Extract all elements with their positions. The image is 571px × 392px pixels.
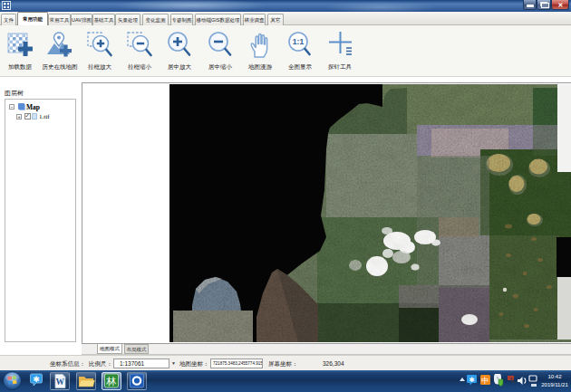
svg-text:1:1: 1:1 [293,37,305,46]
svg-text:✱: ✱ [33,375,40,384]
svg-text:✱: ✱ [469,376,474,384]
svg-text:林: 林 [106,376,117,387]
svg-text:W: W [55,378,64,387]
svg-text:中: 中 [481,376,489,385]
